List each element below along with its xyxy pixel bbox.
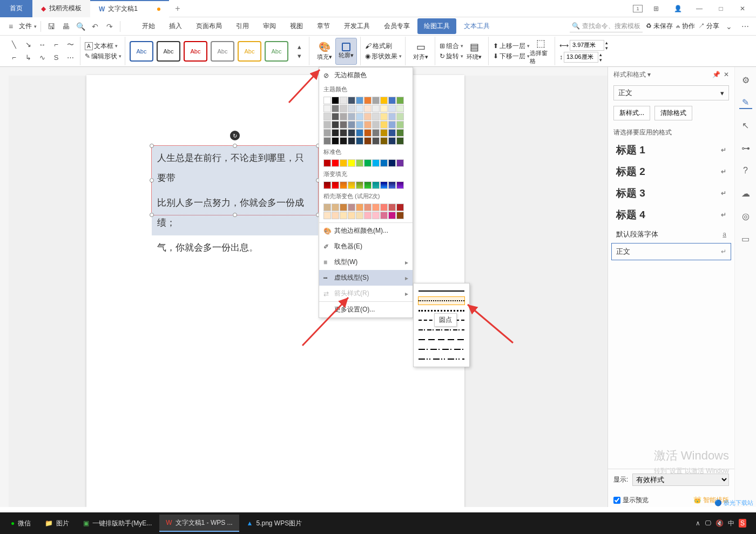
curve-tool[interactable]: 〜 [64, 39, 77, 51]
format-icon[interactable]: ✎ [739, 96, 752, 109]
task-wechat[interactable]: ●微信 [4, 515, 37, 532]
freeform-tool[interactable]: ∿ [36, 52, 49, 64]
height-input[interactable] [570, 40, 604, 51]
close-button[interactable]: ✕ [734, 1, 751, 16]
fill-button[interactable]: 🎨填充▾ [314, 38, 335, 65]
bring-forward-button[interactable]: ⬆ 上移一层▾ [493, 42, 530, 51]
tab-text-tools[interactable]: 文本工具 [457, 18, 496, 34]
outline-button[interactable]: 轮廓▾ [335, 38, 357, 65]
menu-icon[interactable]: ≡ [4, 20, 17, 33]
shape-effect-button[interactable]: ◉ 形状效果▾ [365, 52, 402, 61]
shape-style-4[interactable]: Abc [211, 41, 234, 62]
style-default-para[interactable]: 默认段落字体a [611, 226, 731, 243]
new-style-button[interactable]: 新样式... [613, 106, 650, 120]
new-tab-button[interactable]: + [169, 4, 186, 13]
cloud-icon[interactable]: ☁ [739, 187, 752, 200]
show-styles-select[interactable]: 有效样式 [632, 474, 729, 486]
select-icon[interactable]: ↖ [739, 119, 752, 132]
double-arrow-tool[interactable]: ↔ [36, 39, 49, 51]
style-body[interactable]: 正文↵ [611, 243, 731, 260]
settings-icon[interactable]: ⚙ [739, 73, 752, 86]
pin-icon[interactable]: 📌 [712, 71, 720, 78]
tray-monitor-icon[interactable]: 🖵 [705, 519, 711, 527]
tab-page-layout[interactable]: 页面布局 [190, 18, 228, 34]
line-weight-item[interactable]: ≡线型(W) [319, 254, 413, 270]
tab-document[interactable]: W 文字文稿1 [90, 0, 169, 17]
handle-n[interactable] [233, 144, 237, 148]
shape-style-1[interactable]: Abc [130, 41, 153, 62]
color-swatch[interactable] [323, 97, 331, 104]
shapes-more[interactable]: ⋯ [64, 52, 77, 64]
style-heading3[interactable]: 标题 3↵ [611, 182, 731, 204]
connector2[interactable]: ↳ [22, 52, 35, 64]
collab-button[interactable]: ஃ 协作 [676, 22, 694, 31]
document-area[interactable]: ↻ 人生总是在前行，不论走到哪里，只要带 比别人多一点努力，你就会多一份成绩； … [0, 67, 608, 507]
close-panel-icon[interactable]: ✕ [724, 71, 729, 78]
more-settings-item[interactable]: 更多设置(O)... [319, 302, 413, 317]
command-search[interactable]: 🔍 查找命令、搜索模板 [570, 21, 643, 32]
dash-round-dot[interactable] [418, 296, 465, 305]
line-tool[interactable]: ╲ [8, 39, 21, 51]
tab-chapter[interactable]: 章节 [310, 18, 336, 34]
tray-sogou-icon[interactable]: S [739, 519, 746, 528]
tab-template[interactable]: ◆ 找稻壳模板 [32, 0, 90, 17]
shape-style-3[interactable]: Abc [184, 41, 207, 62]
eyedropper-item[interactable]: ✐取色器(E) [319, 239, 413, 254]
undo-icon[interactable]: ↶ [89, 20, 102, 33]
tab-review[interactable]: 审阅 [256, 18, 282, 34]
maximize-button[interactable]: □ [713, 1, 729, 16]
textbox[interactable]: ↻ 人生总是在前行，不论走到哪里，只要带 比别人多一点努力，你就会多一份成绩； … [151, 145, 319, 215]
shape-style-6[interactable]: Abc [265, 41, 288, 62]
handle-w[interactable] [150, 178, 154, 182]
layout-1-icon[interactable]: 1 [633, 5, 643, 12]
style-heading4[interactable]: 标题 4↵ [611, 204, 731, 226]
dash-long[interactable] [418, 335, 465, 344]
width-input[interactable] [564, 52, 598, 63]
handle-s[interactable] [233, 213, 237, 217]
connector1[interactable]: ⌐ [8, 52, 21, 64]
tab-insert[interactable]: 插入 [163, 18, 188, 34]
dash-solid[interactable] [418, 287, 465, 295]
handle-sw[interactable] [150, 213, 154, 217]
target-icon[interactable]: ◎ [739, 209, 752, 222]
preview-icon[interactable]: 🔍 [74, 20, 87, 33]
task-typeset[interactable]: ▣一键排版助手(MyE... [77, 515, 158, 532]
task-wps[interactable]: W文字文稿1 - WPS ... [159, 515, 239, 532]
dash-long-dot[interactable] [418, 345, 465, 354]
rotate-handle[interactable]: ↻ [230, 131, 240, 140]
dash-long-dot-dot[interactable] [418, 355, 465, 363]
no-border-item[interactable]: ⊘无边框颜色 [319, 67, 413, 83]
minimize-button[interactable]: — [691, 1, 707, 16]
style-heading1[interactable]: 标题 1↵ [611, 139, 731, 161]
send-backward-button[interactable]: ⬇ 下移一层▾ [493, 52, 530, 61]
save-icon[interactable]: 🖫 [45, 20, 58, 33]
shape-style-5[interactable]: Abc [238, 41, 261, 62]
tab-home[interactable]: 首页 [0, 0, 32, 17]
preview-checkbox[interactable] [613, 497, 620, 504]
tray-expand[interactable]: ∧ [696, 519, 700, 527]
handle-nw[interactable] [150, 144, 154, 148]
wrap-button[interactable]: ▤环绕▾ [463, 38, 485, 65]
selection-pane-button[interactable]: ⬚选择窗格 [530, 38, 551, 65]
share-button[interactable]: ↗ 分享 [698, 22, 719, 31]
rotate-button[interactable]: ↻ 旋转▾ [440, 52, 463, 61]
task-pictures[interactable]: 📁图片 [38, 515, 76, 532]
current-style-select[interactable]: 正文▾ [613, 85, 729, 100]
tray-ime[interactable]: 中 [728, 519, 734, 528]
group-button[interactable]: ⊞ 组合▾ [440, 42, 463, 51]
dash-dash-dot[interactable] [418, 326, 465, 334]
dash-type-item[interactable]: ┅虚线线型(S) [319, 270, 413, 286]
unsaved-button[interactable]: ♻ 未保存 [646, 22, 673, 31]
tab-references[interactable]: 引用 [230, 18, 255, 34]
styles-more[interactable]: ▾ [293, 51, 306, 60]
tab-view[interactable]: 视图 [284, 18, 309, 34]
tab-start[interactable]: 开始 [136, 18, 161, 34]
help-icon[interactable]: ? [739, 164, 752, 177]
tray-volume-icon[interactable]: 🔇 [716, 519, 724, 527]
elbow-tool[interactable]: ⌐ [50, 39, 63, 51]
scribble-tool[interactable]: S [50, 52, 63, 64]
tab-drawing-tools[interactable]: 绘图工具 [417, 18, 456, 34]
style-heading2[interactable]: 标题 2↵ [611, 161, 731, 182]
textbox-button[interactable]: A 文本框▾ [85, 42, 122, 51]
arrow-tool[interactable]: ↘ [22, 39, 35, 51]
